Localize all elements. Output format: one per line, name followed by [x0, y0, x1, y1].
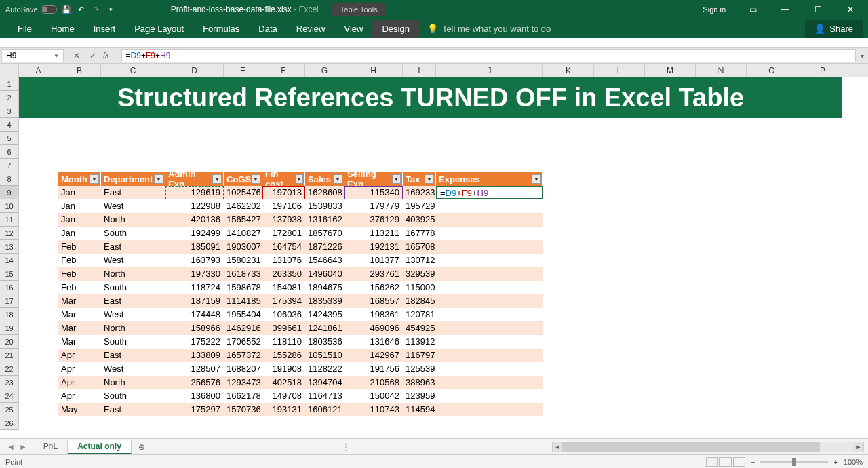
- ribbon-tab-file[interactable]: File: [8, 20, 41, 38]
- table-cell[interactable]: 388963: [403, 376, 436, 389]
- filter-dropdown-icon[interactable]: ▼: [154, 174, 163, 184]
- row-header[interactable]: 7: [0, 159, 19, 172]
- table-cell[interactable]: [436, 362, 543, 376]
- table-header-cell[interactable]: Selling Exp▼: [344, 172, 403, 186]
- share-button[interactable]: 👤 Share: [805, 20, 863, 38]
- table-cell[interactable]: 1688207: [224, 362, 262, 376]
- table-cell[interactable]: [436, 403, 543, 416]
- filter-dropdown-icon[interactable]: ▼: [212, 174, 222, 184]
- table-cell[interactable]: 169233: [403, 186, 436, 199]
- ribbon-tab-formulas[interactable]: Formulas: [193, 20, 249, 38]
- row-header[interactable]: 11: [0, 213, 19, 227]
- ribbon-tab-data[interactable]: Data: [249, 20, 286, 38]
- filter-dropdown-icon[interactable]: ▼: [392, 174, 401, 184]
- table-cell[interactable]: 1241861: [305, 321, 344, 335]
- table-cell[interactable]: 329539: [403, 267, 436, 281]
- fx-icon[interactable]: fx: [103, 51, 109, 60]
- table-cell[interactable]: Jan: [58, 186, 101, 199]
- row-header[interactable]: 2: [0, 91, 19, 104]
- table-cell[interactable]: 1903007: [224, 240, 262, 254]
- table-cell[interactable]: North: [101, 267, 165, 281]
- table-cell[interactable]: [436, 227, 543, 240]
- table-cell[interactable]: 198361: [344, 308, 403, 321]
- table-cell[interactable]: 175297: [165, 403, 224, 416]
- table-cell[interactable]: 129619: [165, 186, 224, 199]
- table-cell[interactable]: Jan: [58, 227, 101, 240]
- table-cell[interactable]: 263350: [262, 267, 305, 281]
- row-header[interactable]: 3: [0, 104, 19, 118]
- col-header[interactable]: G: [305, 64, 344, 77]
- table-cell[interactable]: [436, 240, 543, 254]
- row-header[interactable]: 4: [0, 118, 19, 132]
- sign-in-link[interactable]: Sign in: [703, 5, 726, 14]
- table-cell[interactable]: 175394: [262, 294, 305, 308]
- table-cell[interactable]: 113912: [403, 335, 436, 349]
- cancel-formula-icon[interactable]: ✕: [71, 51, 83, 60]
- col-header[interactable]: K: [543, 64, 594, 77]
- zoom-out-icon[interactable]: −: [751, 458, 755, 466]
- table-cell[interactable]: 1835339: [305, 294, 344, 308]
- row-header[interactable]: 8: [0, 172, 19, 186]
- table-row[interactable]: MarSouth17522217065521181101803536131646…: [58, 335, 543, 349]
- col-header[interactable]: F: [262, 64, 305, 77]
- table-header-cell[interactable]: Tax▼: [403, 172, 436, 186]
- table-cell[interactable]: 195729: [403, 199, 436, 213]
- table-cell[interactable]: 116797: [403, 349, 436, 362]
- table-cell[interactable]: 1628608: [305, 186, 344, 199]
- table-cell[interactable]: 1657372: [224, 349, 262, 362]
- row-header[interactable]: 21: [0, 349, 19, 362]
- table-cell[interactable]: 1618733: [224, 267, 262, 281]
- table-cell[interactable]: Feb: [58, 281, 101, 294]
- col-header[interactable]: M: [645, 64, 696, 77]
- row-header[interactable]: 19: [0, 321, 19, 335]
- table-cell[interactable]: [436, 294, 543, 308]
- table-cell[interactable]: 130712: [403, 254, 436, 267]
- table-cell[interactable]: 174448: [165, 308, 224, 321]
- table-cell[interactable]: Apr: [58, 376, 101, 389]
- table-cell[interactable]: 192131: [344, 240, 403, 254]
- col-header[interactable]: P: [797, 64, 848, 77]
- table-cell[interactable]: 1394704: [305, 376, 344, 389]
- table-cell[interactable]: East: [101, 349, 165, 362]
- filter-dropdown-icon[interactable]: ▼: [425, 174, 434, 184]
- table-row[interactable]: MayEast175297157073619313116061211107431…: [58, 403, 543, 416]
- table-cell[interactable]: 1570736: [224, 403, 262, 416]
- redo-icon[interactable]: ↷: [91, 4, 102, 15]
- table-cell[interactable]: [436, 349, 543, 362]
- table-cell[interactable]: 120781: [403, 308, 436, 321]
- ribbon-tab-design[interactable]: Design: [372, 20, 418, 38]
- table-cell[interactable]: [436, 199, 543, 213]
- table-cell[interactable]: 293761: [344, 267, 403, 281]
- table-cell[interactable]: Jan: [58, 213, 101, 227]
- row-header[interactable]: 13: [0, 240, 19, 254]
- col-header[interactable]: D: [165, 64, 224, 77]
- table-cell[interactable]: 179779: [344, 199, 403, 213]
- filter-dropdown-icon[interactable]: ▼: [251, 174, 260, 184]
- col-header[interactable]: I: [403, 64, 436, 77]
- table-cell[interactable]: Mar: [58, 294, 101, 308]
- autosave-toggle[interactable]: AutoSave: [5, 5, 57, 14]
- table-cell[interactable]: 131076: [262, 254, 305, 267]
- table-cell[interactable]: 154081: [262, 281, 305, 294]
- table-cell[interactable]: 1803536: [305, 335, 344, 349]
- table-cell[interactable]: 1128222: [305, 362, 344, 376]
- table-cell[interactable]: 1051510: [305, 349, 344, 362]
- col-header[interactable]: O: [747, 64, 797, 77]
- table-cell[interactable]: West: [101, 199, 165, 213]
- table-cell[interactable]: 172801: [262, 227, 305, 240]
- table-cell[interactable]: 1894675: [305, 281, 344, 294]
- col-header[interactable]: B: [58, 64, 101, 77]
- row-header[interactable]: 15: [0, 267, 19, 281]
- table-cell[interactable]: 175222: [165, 335, 224, 349]
- table-cell[interactable]: 182845: [403, 294, 436, 308]
- table-cell[interactable]: 1539833: [305, 199, 344, 213]
- col-header[interactable]: H: [344, 64, 403, 77]
- table-cell[interactable]: South: [101, 389, 165, 403]
- table-cell[interactable]: North: [101, 213, 165, 227]
- table-cell[interactable]: 1410827: [224, 227, 262, 240]
- horizontal-scrollbar[interactable]: ◄ ►: [552, 442, 864, 452]
- table-cell[interactable]: South: [101, 281, 165, 294]
- table-cell[interactable]: East: [101, 186, 165, 199]
- table-cell[interactable]: Mar: [58, 321, 101, 335]
- table-cell[interactable]: 149708: [262, 389, 305, 403]
